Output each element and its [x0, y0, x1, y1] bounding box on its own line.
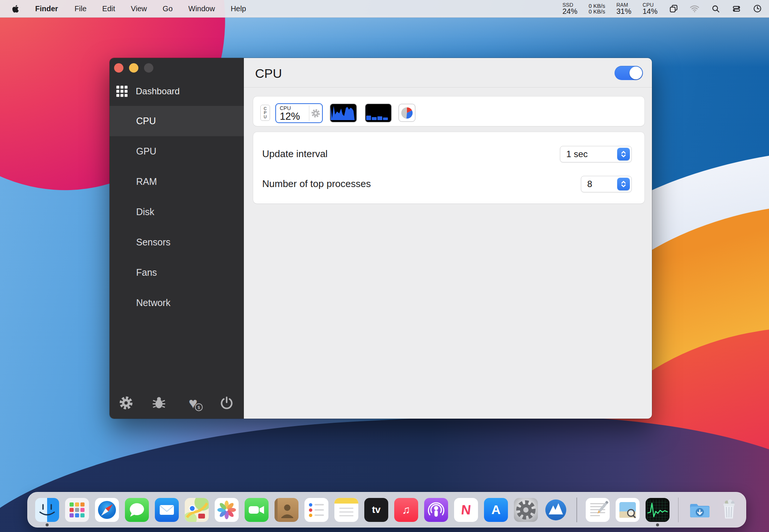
status-ssd-label: SSD [563, 2, 577, 7]
search-icon[interactable] [711, 4, 720, 13]
notes-line [339, 511, 353, 513]
facetime-icon [245, 498, 269, 522]
status-network[interactable]: 0 KB/s 0 KB/s [589, 3, 605, 15]
dock-launchpad[interactable] [65, 498, 89, 522]
dashboard-grid-icon [116, 86, 128, 97]
sidebar-item-fans[interactable]: Fans [110, 257, 244, 288]
dock-activity-monitor[interactable] [646, 498, 670, 522]
dock-textedit[interactable] [586, 498, 610, 522]
stats-app-icon [544, 498, 568, 522]
status-net-down: 0 KB/s [589, 9, 605, 14]
dashboard-label: Dashboard [136, 86, 180, 97]
reminders-bullet [309, 503, 312, 507]
dock-contacts[interactable] [275, 498, 298, 522]
status-ssd[interactable]: SSD 24% [563, 2, 577, 15]
reminders-line [315, 514, 324, 516]
menu-view[interactable]: View [131, 4, 147, 13]
stepper-icon [617, 148, 630, 160]
top-processes-select[interactable]: 8 [581, 176, 632, 192]
dock-safari[interactable] [95, 498, 119, 522]
menu-window[interactable]: Window [189, 4, 215, 13]
dock-preview[interactable] [616, 498, 640, 522]
dock-maps[interactable] [185, 498, 209, 522]
status-cpu[interactable]: CPU 14% [643, 2, 658, 15]
menu-go[interactable]: Go [163, 4, 173, 13]
top-processes-label: Number of top processes [262, 178, 371, 190]
dock-mail[interactable] [155, 498, 179, 522]
sidebar-item-gpu[interactable]: GPU [110, 136, 244, 166]
sidebar-item-dashboard[interactable]: Dashboard [110, 82, 244, 101]
widget-line-chart-option[interactable] [330, 103, 357, 123]
widget-bar-chart-option[interactable] [365, 103, 392, 123]
dock-app-store[interactable]: A [484, 498, 508, 522]
sidebar-item-sensors[interactable]: Sensors [110, 227, 244, 257]
bug-icon[interactable] [151, 395, 167, 411]
donate-icon[interactable]: ♥ $ [185, 395, 201, 411]
menu-help[interactable]: Help [231, 4, 246, 13]
dock-facetime[interactable] [245, 498, 269, 522]
minimize-button[interactable] [129, 63, 138, 73]
dock-notes[interactable] [334, 498, 358, 522]
update-interval-select[interactable]: 1 sec [560, 146, 632, 162]
app-store-icon: A [484, 498, 508, 522]
status-ram[interactable]: RAM 31% [616, 2, 631, 15]
widget-label-option-selected[interactable]: CPU 12% [275, 103, 323, 123]
dock-trash[interactable] [717, 498, 741, 522]
dock-photos[interactable] [215, 498, 239, 522]
dock-music[interactable]: ♫ [394, 498, 418, 522]
widget-gear-icon[interactable] [309, 104, 322, 122]
control-center-icon[interactable] [732, 4, 741, 13]
widget-mini-option[interactable]: CPU [260, 105, 270, 121]
dock-stats[interactable] [544, 498, 568, 522]
menu-file[interactable]: File [74, 4, 86, 13]
update-interval-value: 1 sec [566, 149, 617, 159]
toggle-knob [629, 67, 642, 79]
dock-podcasts[interactable] [424, 498, 448, 522]
setting-row-top-processes: Number of top processes 8 [253, 169, 644, 199]
dock-tv[interactable]: tv [364, 498, 388, 522]
close-button[interactable] [114, 63, 123, 73]
maps-icon [185, 498, 209, 522]
windows-icon[interactable] [669, 4, 678, 13]
sidebar-item-disk[interactable]: Disk [110, 197, 244, 227]
dock-news[interactable]: N [454, 498, 478, 522]
status-net-up: 0 KB/s [589, 3, 605, 9]
dock-system-preferences[interactable] [514, 498, 538, 522]
wifi-icon[interactable] [690, 4, 699, 13]
power-icon[interactable] [218, 395, 235, 411]
notes-line [339, 508, 353, 509]
dock-reminders[interactable] [304, 498, 328, 522]
textedit-icon [586, 498, 610, 522]
module-toggle[interactable] [615, 66, 643, 80]
settings-icon[interactable] [118, 395, 134, 411]
running-indicator [656, 523, 659, 526]
menu-app-name[interactable]: Finder [35, 4, 58, 13]
menu-bar: Finder File Edit View Go Window Help SSD… [0, 0, 769, 18]
tv-glyph: tv [364, 498, 388, 522]
sidebar-item-label: CPU [136, 116, 156, 126]
system-preferences-icon [514, 498, 538, 522]
messages-icon [125, 498, 149, 522]
dock: tv ♫ N A [27, 492, 746, 528]
reminders-icon [304, 498, 328, 522]
page-title: CPU [255, 66, 282, 81]
sidebar-item-cpu[interactable]: CPU [110, 106, 244, 136]
status-ram-value: 31% [616, 7, 631, 15]
window-sidebar: Dashboard CPU GPU RAM Disk Sensors Fans … [110, 58, 244, 419]
menu-edit[interactable]: Edit [102, 4, 115, 13]
dock-downloads[interactable] [687, 498, 711, 522]
apple-menu-icon[interactable] [12, 4, 20, 13]
sidebar-item-ram[interactable]: RAM [110, 166, 244, 197]
photos-icon [215, 498, 239, 522]
sidebar-item-network[interactable]: Network [110, 288, 244, 318]
header-divider [244, 87, 652, 88]
settings-card: Update interval 1 sec Number of top proc… [253, 132, 644, 204]
dock-messages[interactable] [125, 498, 149, 522]
widget-mini-label: CPU [263, 107, 267, 119]
running-indicator [46, 523, 49, 526]
activity-monitor-icon [646, 498, 670, 522]
donate-badge: $ [195, 403, 203, 411]
widget-pie-chart-option[interactable] [398, 104, 416, 122]
clock-icon[interactable] [753, 4, 762, 13]
dock-finder[interactable] [35, 498, 59, 522]
